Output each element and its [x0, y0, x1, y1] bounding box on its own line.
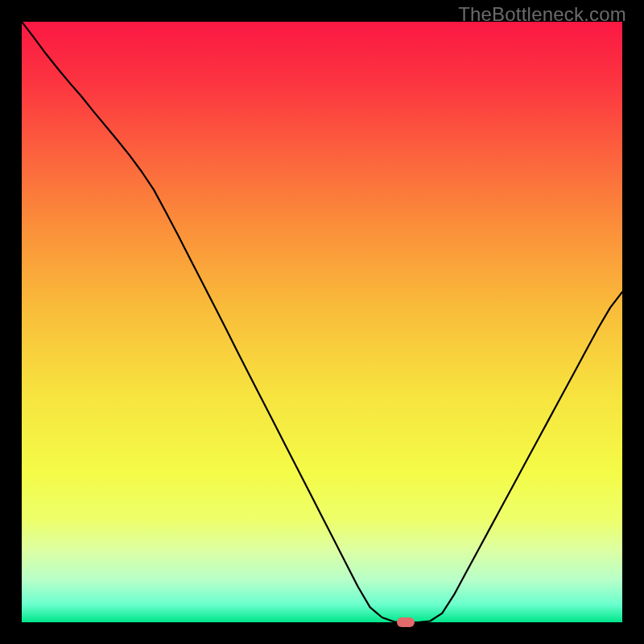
- chart-plot: [22, 22, 622, 622]
- optimal-marker: [397, 617, 415, 627]
- chart-background: [22, 22, 622, 622]
- chart-frame: TheBottleneck.com: [0, 0, 644, 644]
